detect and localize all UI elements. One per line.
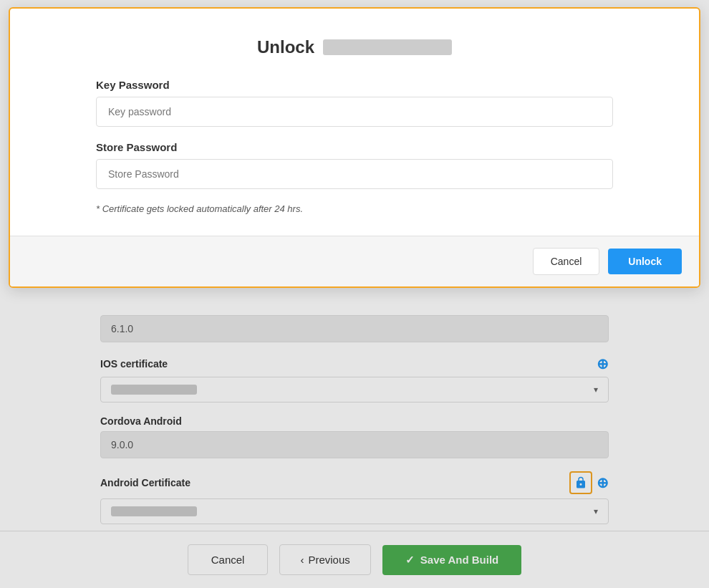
modal-cancel-button[interactable]: Cancel: [533, 248, 600, 275]
key-password-field-group: Key Password: [96, 79, 613, 127]
modal-title: Unlock: [96, 37, 613, 57]
key-password-input[interactable]: [96, 97, 613, 127]
modal-unlock-button[interactable]: Unlock: [608, 249, 682, 274]
modal-note: * Certificate gets locked automatically …: [96, 203, 613, 214]
modal-body: Unlock Key Password Store Password * Cer…: [10, 9, 699, 236]
modal-footer: Cancel Unlock: [10, 236, 699, 286]
store-password-field-group: Store Password: [96, 141, 613, 189]
modal-title-text: Unlock: [257, 37, 314, 57]
unlock-modal: Unlock Key Password Store Password * Cer…: [9, 7, 700, 288]
store-password-input[interactable]: [96, 159, 613, 189]
key-password-label: Key Password: [96, 79, 613, 91]
modal-title-blurred: [323, 39, 452, 55]
store-password-label: Store Password: [96, 141, 613, 153]
